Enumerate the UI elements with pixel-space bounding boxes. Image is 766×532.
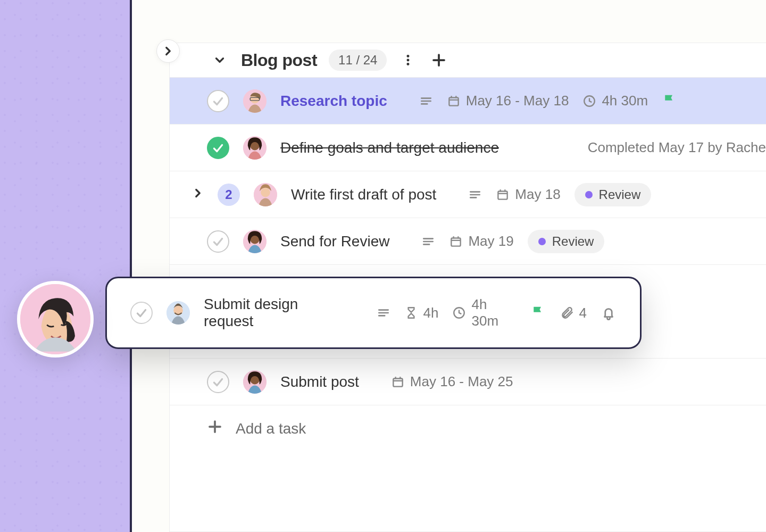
task-title[interactable]: Submit design request — [204, 296, 349, 330]
assignee-avatar[interactable] — [243, 136, 267, 160]
svg-point-1 — [407, 55, 410, 57]
subtask-count-badge[interactable]: 2 — [218, 184, 240, 206]
description-icon[interactable] — [419, 94, 433, 108]
assignee-avatar[interactable] — [243, 370, 267, 394]
status-dot-icon — [585, 191, 593, 198]
task-date-text: May 19 — [468, 233, 513, 250]
task-list: Research topic May 16 - May 18 4h 30m — [170, 77, 766, 452]
calendar-icon — [496, 188, 510, 202]
progress-pill: 11 / 24 — [329, 49, 387, 71]
user-floating-avatar[interactable] — [17, 281, 94, 358]
assignee-avatar[interactable] — [243, 230, 267, 253]
complete-toggle[interactable] — [207, 230, 229, 253]
task-estimate-text: 4h — [423, 305, 439, 321]
task-row[interactable]: Research topic May 16 - May 18 4h 30m — [170, 77, 766, 124]
assignee-avatar[interactable] — [254, 183, 277, 206]
assignee-avatar[interactable] — [166, 301, 190, 325]
task-date-text: May 16 - May 25 — [410, 373, 513, 390]
svg-rect-33 — [452, 238, 461, 246]
task-date[interactable]: May 16 - May 18 — [447, 93, 569, 109]
status-tag[interactable]: Review — [574, 183, 652, 206]
calendar-icon — [449, 235, 463, 248]
task-duration[interactable]: 4h 30m — [582, 93, 648, 109]
complete-toggle[interactable] — [207, 90, 229, 112]
task-estimate[interactable]: 4h — [404, 305, 439, 321]
sidebar-strip — [0, 0, 132, 532]
list-title[interactable]: Blog post — [241, 51, 317, 70]
add-task-button[interactable]: Add a task — [170, 405, 766, 452]
task-date[interactable]: May 18 — [496, 186, 560, 203]
attachment-count[interactable]: 4 — [560, 305, 587, 321]
task-title[interactable]: Send for Review — [280, 233, 389, 250]
complete-toggle[interactable] — [130, 302, 153, 324]
task-date[interactable]: May 16 - May 25 — [391, 373, 513, 390]
task-duration-text: 4h 30m — [471, 296, 516, 329]
content-panel: Blog post 11 / 24 Research topic — [134, 0, 766, 532]
task-duration-text: 4h 30m — [602, 93, 648, 109]
task-title[interactable]: Write first draft of post — [291, 186, 436, 203]
assignee-avatar[interactable] — [243, 89, 267, 113]
hourglass-icon — [404, 306, 418, 320]
task-duration[interactable]: 4h 30m — [452, 296, 516, 329]
dragged-task-card[interactable]: Submit design request 4h 4h 30m 4 — [105, 277, 642, 349]
description-icon[interactable] — [421, 235, 435, 248]
svg-point-2 — [407, 59, 410, 62]
expand-subtasks-icon[interactable] — [191, 186, 204, 203]
svg-rect-12 — [449, 97, 458, 105]
complete-toggle[interactable] — [207, 137, 229, 159]
svg-rect-24 — [498, 191, 507, 199]
plus-icon — [207, 419, 223, 438]
description-icon[interactable] — [377, 306, 390, 320]
collapse-list-icon[interactable] — [210, 51, 229, 70]
task-date-text: May 16 - May 18 — [466, 93, 569, 109]
status-dot-icon — [538, 238, 546, 245]
flag-icon[interactable] — [530, 305, 546, 321]
add-list-item-icon[interactable] — [429, 51, 448, 70]
more-menu-icon[interactable] — [398, 51, 418, 70]
svg-rect-39 — [393, 378, 402, 386]
status-label: Review — [599, 187, 641, 202]
task-date[interactable]: May 19 — [449, 233, 513, 250]
collapse-sidebar-button[interactable] — [156, 39, 180, 63]
completed-note: Completed May 17 by Rache — [588, 139, 766, 156]
complete-toggle[interactable] — [207, 371, 229, 393]
clock-icon — [582, 94, 596, 108]
status-label: Review — [552, 234, 594, 249]
task-title[interactable]: Define goals and target audience — [280, 139, 499, 156]
add-task-label: Add a task — [236, 420, 306, 437]
task-title[interactable]: Submit post — [280, 373, 359, 390]
flag-icon[interactable] — [662, 93, 678, 109]
reminder-icon[interactable] — [601, 305, 617, 321]
status-tag[interactable]: Review — [528, 230, 605, 253]
task-row[interactable]: Define goals and target audience Complet… — [170, 124, 766, 171]
list-header: Blog post 11 / 24 — [170, 43, 766, 77]
calendar-icon — [447, 94, 461, 108]
attachment-count-text: 4 — [579, 305, 587, 321]
task-title[interactable]: Research topic — [280, 93, 387, 110]
calendar-icon — [391, 375, 405, 389]
task-row[interactable]: Send for Review May 19 Review — [170, 218, 766, 264]
svg-point-3 — [407, 63, 410, 65]
task-row[interactable]: Submit post May 16 - May 25 — [170, 358, 766, 405]
description-icon[interactable] — [468, 188, 482, 202]
task-date-text: May 18 — [515, 186, 560, 203]
svg-point-20 — [261, 187, 270, 197]
paperclip-icon — [560, 306, 574, 320]
clock-icon — [452, 306, 466, 320]
task-row[interactable]: 2 Write first draft of post May 18 — [170, 171, 766, 218]
